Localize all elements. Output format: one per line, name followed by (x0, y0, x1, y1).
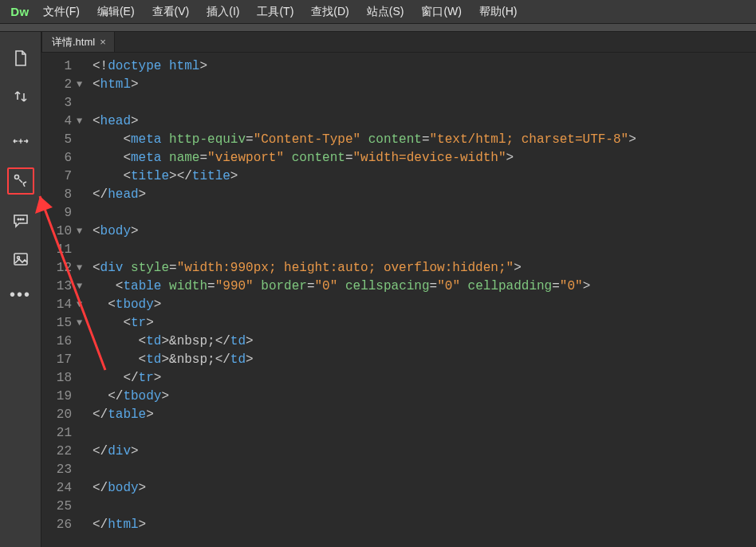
menu-item[interactable]: 窗口(W) (421, 5, 462, 19)
code-line[interactable]: </table> (93, 406, 756, 424)
code-line[interactable] (93, 204, 756, 222)
code-line[interactable] (93, 424, 756, 443)
fold-marker (77, 498, 91, 516)
star-arrows-icon[interactable] (7, 129, 34, 153)
line-number: 6 (41, 149, 73, 167)
code-line[interactable]: </html> (93, 516, 756, 534)
file-icon[interactable] (7, 46, 34, 70)
line-number: 16 (41, 333, 73, 351)
updown-arrows-icon[interactable] (7, 85, 34, 108)
code-line[interactable]: <table width="990" border="0" cellspacin… (93, 277, 756, 296)
code-line[interactable]: <meta http-equiv="Content-Type" content=… (93, 131, 756, 149)
svg-point-3 (20, 218, 22, 220)
line-number: 7 (41, 167, 73, 186)
line-number: 10 (41, 222, 73, 241)
line-number: 9 (41, 204, 73, 222)
menu-item[interactable]: 帮助(H) (479, 5, 517, 19)
code-line[interactable]: <tr> (93, 314, 756, 333)
code-line[interactable]: </tr> (93, 369, 756, 388)
menu-item[interactable]: 插入(I) (207, 5, 239, 19)
fold-marker (77, 369, 91, 388)
fold-marker[interactable]: ▼ (77, 277, 91, 296)
code-line[interactable] (93, 461, 756, 479)
fold-marker (77, 516, 91, 534)
line-number: 8 (41, 186, 73, 204)
fold-marker[interactable]: ▼ (77, 259, 91, 277)
code-line[interactable]: <meta name="viewport" content="width=dev… (93, 149, 756, 167)
fold-marker (77, 406, 91, 424)
line-number: 22 (41, 443, 73, 461)
fold-marker (77, 461, 91, 479)
fold-marker[interactable]: ▼ (77, 314, 91, 333)
code-line[interactable]: <html> (93, 76, 756, 94)
code-line[interactable]: <tbody> (93, 296, 756, 314)
fold-marker (77, 204, 91, 222)
more-icon[interactable]: ••• (7, 285, 34, 303)
code-line[interactable]: <head> (93, 112, 756, 131)
line-number: 11 (41, 241, 73, 259)
fold-marker[interactable]: ▼ (77, 222, 91, 241)
line-number: 2 (41, 76, 73, 94)
code-line[interactable]: <td>&nbsp;</td> (93, 351, 756, 369)
line-number: 3 (41, 94, 73, 112)
code-line[interactable]: <!doctype html> (93, 57, 756, 76)
fold-marker (77, 479, 91, 498)
code-line[interactable]: </div> (93, 443, 756, 461)
chat-icon[interactable] (7, 209, 34, 233)
fold-marker[interactable]: ▼ (77, 76, 91, 94)
app-logo: Dw (0, 0, 40, 24)
menu-item[interactable]: 查找(D) (311, 5, 348, 19)
menu-item[interactable]: 工具(T) (257, 5, 293, 19)
line-number: 12 (41, 259, 73, 277)
code-area[interactable]: <!doctype html><html> <head> <meta http-… (91, 53, 756, 547)
tool-rail: ••• (0, 32, 41, 547)
code-line[interactable]: <body> (93, 222, 756, 241)
line-number: 5 (41, 131, 73, 149)
editor-column: 详情.html × 123456789101112131415161718192… (41, 32, 756, 547)
line-number: 20 (41, 406, 73, 424)
line-number: 18 (41, 369, 73, 388)
code-line[interactable]: <td>&nbsp;</td> (93, 333, 756, 351)
menu-item[interactable]: 站点(S) (367, 5, 404, 19)
menu-item[interactable]: 编辑(E) (97, 5, 135, 19)
fold-marker[interactable]: ▼ (77, 112, 91, 131)
fold-marker (77, 241, 91, 259)
menu-item[interactable]: 查看(V) (152, 5, 190, 19)
close-icon[interactable]: × (100, 37, 106, 47)
line-number: 13 (41, 277, 73, 296)
code-line[interactable]: </head> (93, 186, 756, 204)
code-line[interactable] (93, 94, 756, 112)
code-line[interactable]: </body> (93, 479, 756, 498)
menubar: Dw 文件(F)编辑(E)查看(V)插入(I)工具(T)查找(D)站点(S)窗口… (0, 0, 756, 24)
fold-marker (77, 57, 91, 76)
fold-marker (77, 333, 91, 351)
fold-marker (77, 149, 91, 167)
fold-marker (77, 186, 91, 204)
code-line[interactable]: </tbody> (93, 388, 756, 406)
svg-point-0 (20, 141, 21, 142)
fold-column: ▼▼▼▼▼▼▼ (77, 53, 91, 547)
code-line[interactable] (93, 241, 756, 259)
distribute-icon-highlighted[interactable] (7, 167, 34, 195)
file-tab[interactable]: 详情.html × (41, 31, 115, 52)
fold-marker (77, 351, 91, 369)
line-number: 24 (41, 479, 73, 498)
tab-filename: 详情.html (52, 35, 95, 49)
code-line[interactable] (93, 498, 756, 516)
fold-marker (77, 167, 91, 186)
svg-point-1 (14, 175, 18, 179)
line-number: 26 (41, 516, 73, 534)
line-number: 25 (41, 498, 73, 516)
code-line[interactable]: <div style="width:990px; height:auto; ov… (93, 259, 756, 277)
line-number: 19 (41, 388, 73, 406)
svg-rect-5 (14, 254, 27, 265)
line-number: 21 (41, 424, 73, 443)
code-editor[interactable]: 1234567891011121314151617181920212223242… (41, 53, 756, 547)
menu-item[interactable]: 文件(F) (43, 5, 80, 19)
fold-marker[interactable]: ▼ (77, 296, 91, 314)
image-icon[interactable] (7, 247, 34, 271)
line-number: 17 (41, 351, 73, 369)
tab-bar: 详情.html × (41, 32, 756, 53)
code-line[interactable]: <title></title> (93, 167, 756, 186)
svg-point-2 (18, 218, 19, 220)
